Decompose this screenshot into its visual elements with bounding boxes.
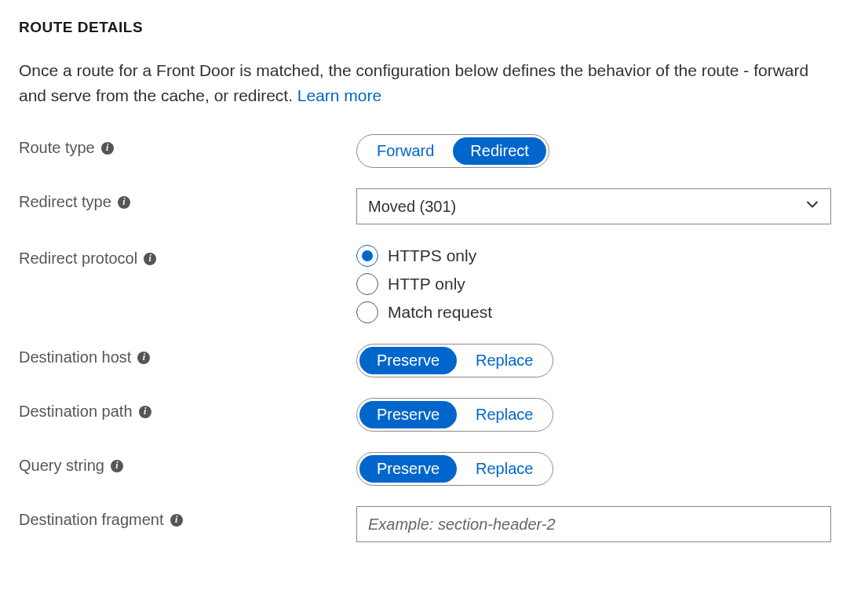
info-icon[interactable]: i (137, 352, 150, 364)
row-redirect-protocol: Redirect protocol i HTTPS only HTTP only… (19, 245, 831, 323)
row-route-type: Route type i Forward Redirect (19, 134, 831, 168)
info-icon[interactable]: i (144, 253, 156, 265)
info-icon[interactable]: i (111, 460, 123, 472)
redirect-protocol-option-match[interactable]: Match request (356, 301, 831, 323)
destination-path-toggle: Preserve Replace (356, 398, 553, 432)
radio-label: Match request (388, 303, 492, 322)
label-text: Query string (19, 457, 104, 475)
label-text: Destination host (19, 348, 131, 366)
section-title: ROUTE DETAILS (19, 19, 831, 36)
route-type-option-redirect[interactable]: Redirect (453, 137, 545, 165)
destination-fragment-input[interactable] (356, 506, 831, 542)
radio-label: HTTP only (388, 275, 465, 293)
radio-icon (356, 273, 378, 295)
info-icon[interactable]: i (101, 142, 114, 155)
label-text: Route type (19, 139, 95, 157)
info-icon[interactable]: i (170, 514, 183, 527)
row-destination-host: Destination host i Preserve Replace (19, 344, 831, 377)
row-destination-path: Destination path i Preserve Replace (19, 398, 831, 432)
radio-icon (356, 245, 378, 267)
route-type-toggle: Forward Redirect (356, 134, 549, 168)
label-redirect-type: Redirect type i (19, 188, 356, 211)
radio-icon (356, 301, 378, 323)
label-route-type: Route type i (19, 134, 356, 157)
label-text: Redirect protocol (19, 250, 137, 268)
label-text: Redirect type (19, 193, 111, 211)
row-query-string: Query string i Preserve Replace (19, 452, 831, 486)
route-type-option-forward[interactable]: Forward (359, 137, 451, 165)
destination-host-option-preserve[interactable]: Preserve (359, 347, 457, 374)
destination-host-option-replace[interactable]: Replace (458, 347, 550, 374)
label-query-string: Query string i (19, 452, 356, 475)
destination-path-option-replace[interactable]: Replace (458, 401, 550, 428)
route-details-description: Once a route for a Front Door is matched… (19, 58, 827, 108)
info-icon[interactable]: i (139, 406, 151, 418)
redirect-protocol-option-https[interactable]: HTTPS only (356, 245, 831, 267)
label-text: Destination path (19, 403, 133, 421)
redirect-protocol-radio-group: HTTPS only HTTP only Match request (356, 245, 831, 323)
redirect-type-select-wrapper: Moved (301) (356, 188, 831, 224)
query-string-toggle: Preserve Replace (356, 452, 553, 486)
redirect-protocol-option-http[interactable]: HTTP only (356, 273, 831, 295)
radio-label: HTTPS only (388, 246, 476, 265)
info-icon[interactable]: i (118, 196, 130, 209)
row-redirect-type: Redirect type i Moved (301) (19, 188, 831, 224)
destination-path-option-preserve[interactable]: Preserve (359, 401, 457, 428)
row-destination-fragment: Destination fragment i (19, 506, 831, 542)
destination-host-toggle: Preserve Replace (356, 344, 553, 377)
label-destination-fragment: Destination fragment i (19, 506, 356, 529)
description-text: Once a route for a Front Door is matched… (19, 61, 808, 104)
redirect-type-select[interactable]: Moved (301) (356, 188, 831, 224)
label-destination-path: Destination path i (19, 398, 356, 421)
label-destination-host: Destination host i (19, 344, 356, 366)
label-text: Destination fragment (19, 511, 164, 529)
learn-more-link[interactable]: Learn more (297, 86, 381, 104)
query-string-option-preserve[interactable]: Preserve (359, 455, 457, 483)
query-string-option-replace[interactable]: Replace (458, 455, 550, 483)
label-redirect-protocol: Redirect protocol i (19, 245, 356, 268)
